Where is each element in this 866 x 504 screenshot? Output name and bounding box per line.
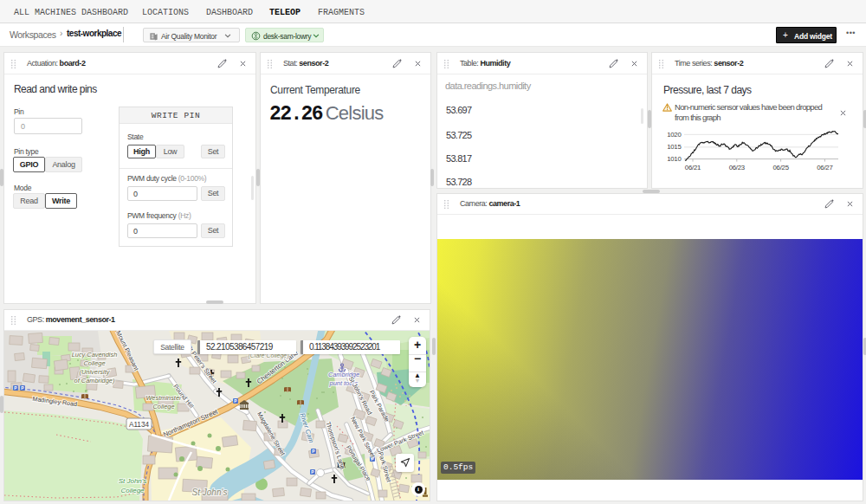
svg-text:06/25: 06/25	[772, 164, 789, 171]
svg-text:of Cambridge): of Cambridge)	[74, 377, 115, 384]
svg-text:St John's: St John's	[192, 488, 228, 497]
svg-text:St John's: St John's	[119, 477, 147, 485]
svg-text:1015: 1015	[667, 143, 682, 151]
svg-text:Westminster: Westminster	[146, 394, 182, 402]
svg-text:1020: 1020	[667, 131, 682, 139]
svg-text:(University: (University	[80, 368, 111, 376]
svg-text:06/27: 06/27	[817, 164, 832, 171]
svg-text:Lucy Cavendish: Lucy Cavendish	[72, 351, 118, 359]
svg-text:1010: 1010	[667, 155, 682, 163]
svg-text:College: College	[83, 359, 105, 367]
svg-text:06/21: 06/21	[685, 164, 701, 171]
svg-text:College: College	[120, 487, 145, 494]
svg-text:College: College	[152, 403, 174, 410]
svg-text:06/23: 06/23	[729, 164, 745, 171]
svg-text:A1134: A1134	[129, 421, 150, 429]
